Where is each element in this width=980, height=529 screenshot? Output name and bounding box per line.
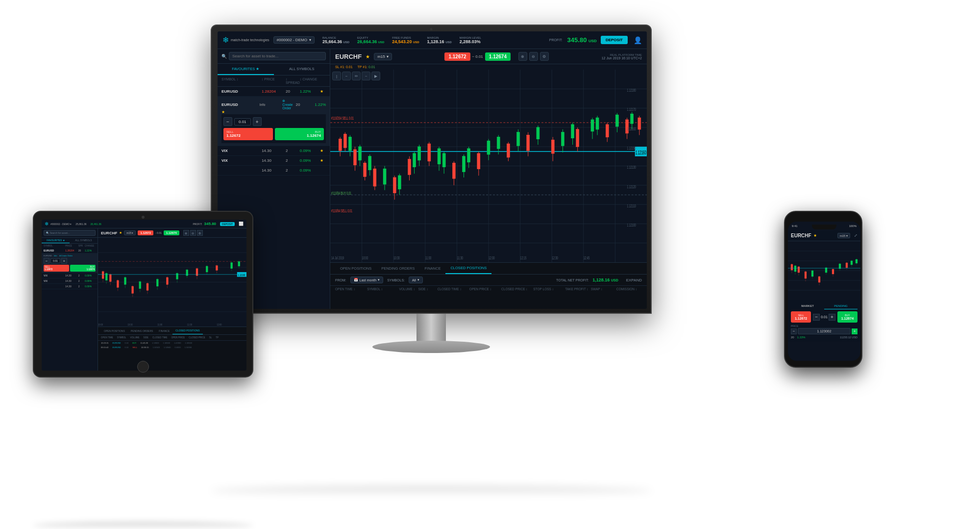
svg-rect-78	[487, 141, 490, 154]
phone-sell-btn[interactable]: SELL 1.12672	[791, 311, 811, 323]
timeframe-selector[interactable]: m15 ▾	[374, 53, 392, 60]
tablet-trade-btns: SELL1.12672 BUY1.12674	[44, 265, 96, 272]
phone-tab-market[interactable]: MARKET	[791, 303, 824, 309]
tablet-deposit-btn[interactable]: DEPOSIT	[220, 222, 235, 226]
tablet-buy-btn[interactable]: BUY1.12674	[70, 265, 96, 272]
tablet-qty-plus[interactable]: +	[61, 258, 67, 264]
account-number: #000002 - DEMO	[277, 38, 307, 42]
symbols-filter-select[interactable]: All ▾	[409, 277, 423, 283]
tablet-sell-btn[interactable]: SELL1.12672	[44, 265, 69, 272]
phone-tab-pending[interactable]: PENDING	[824, 303, 858, 309]
sell-button[interactable]: SELL 1.12672	[223, 128, 273, 140]
tab-favourites[interactable]: FAVOURITES ★	[218, 64, 274, 75]
buy-button[interactable]: BUY 1.12674	[275, 128, 324, 140]
phone-expand-icon[interactable]: ⤢	[854, 233, 858, 238]
minus-tool-icon[interactable]: −	[342, 72, 351, 80]
user-icon[interactable]: 👤	[634, 36, 642, 44]
tablet-tab-favourites[interactable]: FAVOURITES ★	[42, 238, 70, 243]
expand-button[interactable]: EXPAND	[626, 278, 642, 282]
phone-buy-btn[interactable]: BUY 1.12674	[837, 311, 858, 323]
trade-buttons: SELL 1.12672 BUY 1.12674	[223, 128, 324, 140]
svg-rect-74	[463, 156, 466, 172]
tablet-zoom-in[interactable]: ⊕	[183, 230, 189, 236]
phone-price-minus[interactable]: −	[791, 328, 797, 334]
pencil-tool-icon[interactable]: ✏	[352, 72, 361, 80]
date-filter-select[interactable]: 📅 Last month ▾	[350, 277, 384, 283]
phone-chart	[788, 241, 860, 300]
tablet-bezel: ❄ #000002 - DEMO ▾ 25,861.36 26,461.36 P…	[33, 211, 253, 378]
svg-text:12:30: 12:30	[552, 255, 558, 260]
tablet-tab-finance[interactable]: FINANCE	[156, 327, 172, 334]
phone-timeframe[interactable]: m15 ▾	[837, 233, 850, 238]
tab-open-positions[interactable]: OPEN POSITIONS	[335, 263, 376, 274]
phone-qty-minus[interactable]: −	[813, 314, 820, 321]
zoom-in-icon[interactable]: ⊕	[518, 52, 527, 61]
tablet-tab-all-symbols[interactable]: ALL SYMBOLS	[70, 238, 98, 243]
tablet-eurusd-row[interactable]: EURUSD 1.28204 20 1.22%	[42, 248, 98, 253]
tablet-zoom-out[interactable]: ⊖	[190, 230, 196, 236]
svg-rect-136	[166, 277, 168, 284]
tablet-timeframe[interactable]: m15 ▾	[124, 230, 136, 235]
svg-text:10:30: 10:30	[128, 323, 133, 326]
profit-value: 345.80 USD	[567, 36, 597, 44]
svg-text:1.12100: 1.12100	[627, 222, 637, 227]
tablet-home-button[interactable]	[137, 361, 149, 373]
phone-qty-control: − 0.01 +	[813, 311, 835, 323]
tablet-chart-tools: ⊕ ⊖ ⚙	[183, 230, 203, 236]
search-input[interactable]	[229, 52, 326, 60]
sl-label: SL #1: 0.01	[335, 65, 353, 69]
date-chevron-icon: ▾	[378, 278, 380, 282]
svg-rect-192	[839, 264, 841, 269]
tablet-logo-icon: ❄	[45, 221, 49, 227]
symbol-row-eurusd-1[interactable]: EURUSD 1.28204 20 1.22% ★	[218, 87, 330, 97]
tablet-eurusd-expanded-row[interactable]: EURUSDInfo⊕ Create Order − 0.01 +	[42, 253, 98, 273]
tablet-search-input[interactable]: 🔍 Search for asset...	[44, 230, 96, 236]
chart-datetime: REAL PLATFORM TIME 12 Jun 2019 16:10 UTC…	[602, 53, 642, 60]
symbol-tabs: FAVOURITES ★ ALL SYMBOLS	[218, 64, 330, 76]
svg-rect-24	[343, 134, 346, 148]
candlestick-chart: 1.12160 #110/204 SELL 0.01 #110/94 BUY 0…	[330, 70, 647, 262]
tablet-settings[interactable]: ⚙	[197, 230, 203, 236]
phone-change: 1.22%	[797, 336, 806, 339]
tablet-qty-minus[interactable]: −	[44, 258, 49, 264]
qty-minus-button[interactable]: −	[223, 117, 232, 126]
account-selector[interactable]: #000002 - DEMO ▾	[273, 36, 315, 44]
zoom-out-icon[interactable]: ⊖	[529, 52, 538, 61]
tablet-tab-closed[interactable]: CLOSED POSITIONS	[172, 327, 202, 334]
svg-text:1.12170: 1.12170	[627, 107, 637, 112]
svg-rect-56	[348, 137, 351, 151]
date-filter-value: Last month	[360, 278, 377, 282]
tab-finance[interactable]: FINANCE	[420, 263, 446, 274]
tab-closed-positions[interactable]: CLOSED POSITIONS	[445, 263, 491, 274]
tablet-vix-2[interactable]: VIX 14.30 2 0.09%	[42, 278, 98, 284]
equity-value: 26,664.36 USD	[357, 39, 384, 44]
svg-rect-88	[571, 125, 574, 138]
symbol-row-vix-1[interactable]: VIX 14.30 2 0.09% ★	[218, 146, 330, 156]
tablet-tab-open[interactable]: OPEN POSITIONS	[101, 327, 128, 334]
settings-icon[interactable]: ⚙	[540, 52, 549, 61]
tablet-tab-pending[interactable]: PENDING ORDERS	[128, 327, 156, 334]
chart-draw-tools: | − ✏ ~ ▶	[332, 72, 380, 80]
svg-rect-154	[206, 266, 208, 272]
phone-price-plus[interactable]: +	[852, 328, 858, 334]
tablet-vix-1[interactable]: VIX 14.30 2 0.09%	[42, 273, 98, 278]
symbol-row-vix-2[interactable]: VIX 14.30 2 0.09% ★	[218, 156, 330, 166]
svg-rect-70	[438, 149, 441, 164]
price-display: 1.12672 − 0.01 1.12674	[444, 52, 511, 61]
svg-rect-44	[527, 135, 530, 151]
tab-pending-orders[interactable]: PENDING ORDERS	[376, 263, 419, 274]
trading-ui: ❄ match-trade technologies #000002 - DEM…	[218, 31, 647, 309]
tab-all-symbols[interactable]: ALL SYMBOLS	[274, 64, 330, 75]
phone-qty-plus[interactable]: +	[829, 314, 835, 321]
symbol-row-misc[interactable]: 14.30 2 0.09%	[218, 166, 330, 176]
deposit-button[interactable]: DEPOSIT	[601, 36, 628, 44]
symbol-row-eurusd-expanded[interactable]: EURUSD Info ⊕ Create Order 20 1.22% ★ −	[218, 97, 330, 146]
play-tool-icon[interactable]: ▶	[371, 72, 380, 80]
tablet-misc[interactable]: 14.30 2 0.09%	[42, 284, 98, 289]
qty-plus-button[interactable]: +	[253, 117, 262, 126]
chart-star-icon[interactable]: ★	[366, 54, 370, 59]
phone-price-value[interactable]: 1.123002	[798, 328, 851, 334]
phone-vol-row: 20 1.22% 11233.12 USD	[791, 336, 858, 339]
wave-tool-icon[interactable]: ~	[362, 72, 370, 80]
line-tool-icon[interactable]: |	[332, 72, 341, 80]
